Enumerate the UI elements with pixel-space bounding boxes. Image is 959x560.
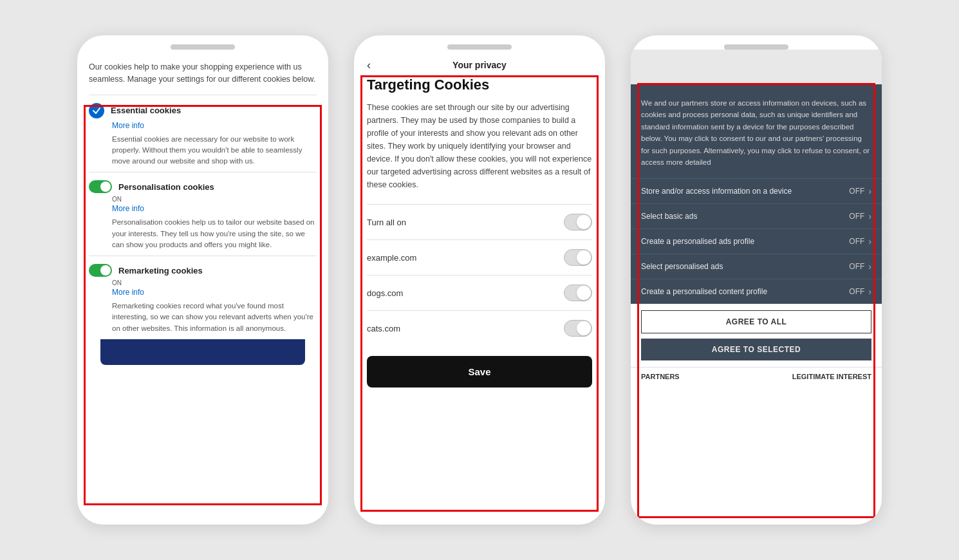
phone-screen-1: Our cookies help to make your shopping e… [77,50,328,525]
essential-cookies-header: Essential cookies [89,103,317,118]
store-access-chevron: › [868,186,871,196]
phone-screen-3: We and our partners store or access info… [631,50,882,525]
store-access-label: Store and/or access information on a dev… [641,187,849,196]
remarketing-cookies-header: Remarketing cookies [89,264,317,277]
essential-check-icon [89,103,104,118]
toggle-row-cats: cats.com [367,310,592,346]
remarketing-cookies-desc: Remarketing cookies record what you've f… [112,301,317,334]
personalised-profile-label: Create a personalised ads profile [641,237,849,246]
phone3-top-space [631,50,882,84]
content-profile-chevron: › [868,286,871,297]
personalised-profile-chevron: › [868,236,871,247]
phone2-cookie-title: Targeting Cookies [367,77,592,93]
turn-all-on-toggle[interactable] [564,214,592,230]
phone1-intro: Our cookies help to make your shopping e… [89,61,317,86]
toggle-row-all: Turn all on [367,204,592,239]
personalised-ads-value: OFF [849,262,864,271]
personalised-ads-label: Select personalised ads [641,262,849,271]
remarketing-toggle-knob [100,265,111,275]
phone3-footer: PARTNERS LEGITIMATE INTEREST [631,367,882,386]
store-access-right: OFF › [849,186,871,196]
phone-notch-3 [724,44,788,50]
remarketing-more-info[interactable]: More info [112,288,317,297]
basic-ads-right: OFF › [849,211,871,221]
basic-ads-value: OFF [849,212,864,221]
cats-com-label: cats.com [367,324,400,333]
store-access-value: OFF [849,187,864,196]
turn-all-on-label: Turn all on [367,218,406,227]
agree-selected-button[interactable]: AGREE TO SELECTED [641,339,871,360]
remarketing-label: ON [112,279,317,286]
agree-all-button[interactable]: AGREE TO ALL [641,310,871,333]
save-button[interactable]: Save [367,356,592,387]
personalised-profile-right: OFF › [849,236,871,247]
essential-cookies-section: Essential cookies More info Essential co… [89,95,317,173]
personalised-ads-chevron: › [868,261,871,272]
personalisation-cookies-title: Personalisation cookies [118,182,214,192]
phone3-row-personalised-ads[interactable]: Select personalised ads OFF › [631,254,882,279]
phone3-intro-text: We and our partners store or access info… [641,97,871,168]
back-button[interactable]: ‹ [367,59,371,72]
phone1-bottom-bar [100,339,305,365]
phone-notch-2 [447,44,512,50]
dogs-com-label: dogs.com [367,288,403,298]
footer-partners-label[interactable]: PARTNERS [641,373,680,380]
basic-ads-label: Select basic ads [641,212,849,221]
remarketing-cookies-section: Remarketing cookies ON More info Remarke… [89,256,317,339]
personalisation-toggle[interactable] [89,180,112,193]
example-com-toggle[interactable] [564,249,592,266]
phone-screen-2: ‹ Your privacy Targeting Cookies These c… [354,50,605,525]
personalised-profile-value: OFF [849,237,864,246]
phone2-header: ‹ Your privacy [367,50,592,77]
personalised-ads-right: OFF › [849,261,871,272]
phone2-desc: These cookies are set through our site b… [367,101,592,191]
personalisation-cookies-section: Personalisation cookies ON More info Per… [89,172,317,256]
phone2-title: Your privacy [452,60,507,70]
phone3-row-content-profile[interactable]: Create a personalised content profile OF… [631,279,882,304]
example-com-label: example.com [367,253,416,263]
remarketing-cookies-title: Remarketing cookies [118,266,203,275]
essential-cookies-title: Essential cookies [111,106,181,115]
personalisation-cookies-desc: Personalisation cookies help us to tailo… [112,217,317,250]
phone-2: ‹ Your privacy Targeting Cookies These c… [354,35,605,525]
content-profile-value: OFF [849,287,864,296]
phone3-gray-section: We and our partners store or access info… [631,84,882,178]
phone-1: Our cookies help to make your shopping e… [77,35,328,525]
essential-cookies-desc: Essential cookies are necessary for our … [112,134,317,167]
toggle-row-dogs: dogs.com [367,275,592,310]
footer-legitimate-interest-label[interactable]: LEGITIMATE INTEREST [792,373,871,380]
phone1-content: Our cookies help to make your shopping e… [77,50,328,525]
phone-notch-1 [171,44,235,50]
dogs-com-toggle[interactable] [564,285,592,301]
phone3-row-store[interactable]: Store and/or access information on a dev… [631,178,882,203]
cats-com-toggle[interactable] [564,320,592,337]
remarketing-toggle[interactable] [89,264,112,277]
basic-ads-chevron: › [868,211,871,221]
personalisation-more-info[interactable]: More info [112,204,317,213]
cats-com-knob [577,321,591,335]
essential-more-info[interactable]: More info [112,121,317,130]
phone3-btn-area: AGREE TO ALL AGREE TO SELECTED [631,304,882,367]
phone2-content: ‹ Your privacy Targeting Cookies These c… [354,50,605,525]
content-profile-label: Create a personalised content profile [641,287,849,296]
turn-all-on-knob [577,215,591,229]
dogs-com-knob [577,286,591,300]
personalisation-label: ON [112,196,317,203]
phone3-content: We and our partners store or access info… [631,50,882,525]
phone3-row-basic-ads[interactable]: Select basic ads OFF › [631,203,882,229]
personalisation-toggle-knob [100,182,111,192]
phone3-row-personalised-profile[interactable]: Create a personalised ads profile OFF › [631,229,882,254]
personalisation-cookies-header: Personalisation cookies [89,180,317,193]
example-com-knob [577,250,591,265]
content-profile-right: OFF › [849,286,871,297]
toggle-row-example: example.com [367,239,592,275]
phone-3: We and our partners store or access info… [631,35,882,525]
